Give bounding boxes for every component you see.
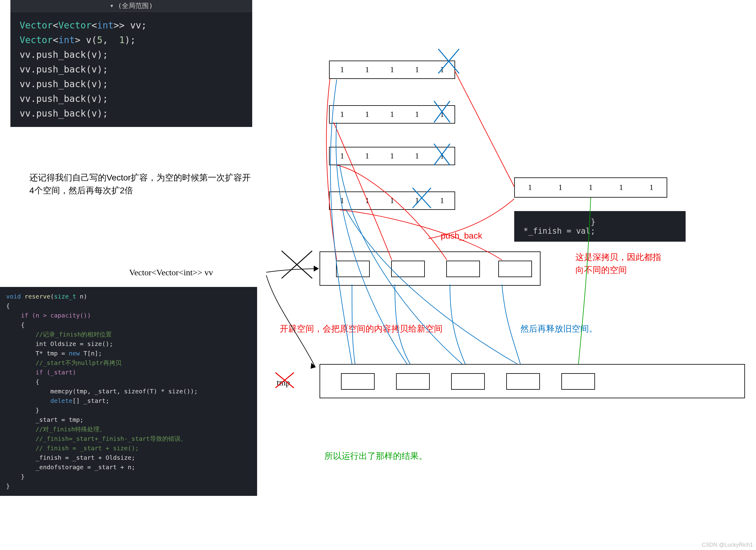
svg-marker-13: [314, 266, 318, 271]
svg-line-8: [282, 251, 312, 278]
label-copy-space: 开辟空间，会把原空间的内容拷贝给新空间: [280, 322, 443, 335]
label-deepcopy-1: 这是深拷贝，因此都指: [575, 251, 661, 264]
label-release-space: 然后再释放旧空间。: [520, 322, 597, 335]
vector-row-2: 11111: [329, 105, 455, 124]
vector-row-3: 11111: [329, 147, 455, 165]
vector-row-right: 11111: [514, 178, 667, 198]
container-tmp-new: [320, 364, 745, 398]
vector-row-1: 11111: [329, 61, 455, 79]
label-result: 所以运行出了那样的结果。: [324, 450, 427, 462]
label-tmp: tmp: [277, 376, 290, 389]
watermark: CSDN @LuckyRich1: [702, 542, 753, 548]
text-note-expand: 还记得我们自己写的Vector扩容，为空的时候第一次扩容开4个空间，然后再每次扩…: [29, 171, 253, 197]
code-block-main: ▾ (全局范围) Vector<Vector<int>> vv; Vector<…: [10, 0, 252, 127]
label-vv: Vector<Vector<int>> vv: [129, 266, 213, 279]
label-deepcopy-2: 向不同的空间: [575, 264, 627, 276]
code-body-1: Vector<Vector<int>> vv; Vector<int> v(5,…: [10, 12, 252, 127]
code-body-2: void reserve(size_t n) { if (n > capacit…: [0, 287, 257, 496]
code-snippet-finish: } *_finish = val;: [514, 211, 686, 242]
code-block-reserve: void reserve(size_t n) { if (n > capacit…: [0, 287, 257, 496]
code-scope-dropdown[interactable]: ▾ (全局范围): [110, 2, 153, 9]
svg-line-9: [282, 251, 312, 278]
container-vv-old: [320, 252, 541, 286]
vector-row-4: 11111: [329, 192, 455, 210]
label-pushback: push_back: [441, 230, 482, 242]
code-header: ▾ (全局范围): [10, 0, 252, 12]
svg-marker-12: [311, 363, 315, 368]
